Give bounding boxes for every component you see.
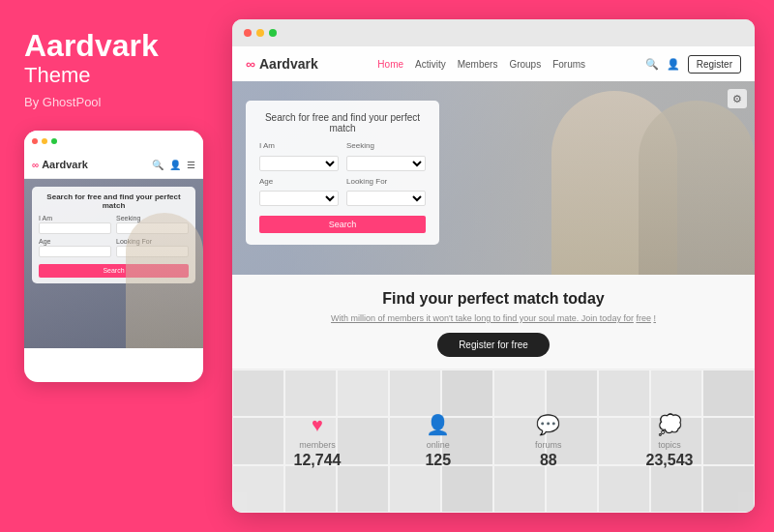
i-am-group: I Am (259, 141, 339, 171)
mobile-hero: Search for free and find your perfect ma… (24, 179, 203, 348)
seeking-label: Seeking (346, 141, 426, 150)
mobile-age-label: Age (39, 238, 111, 245)
site-logo: ∞ Aardvark (246, 56, 318, 72)
mid-subtitle-free: free (636, 313, 651, 323)
browser-chrome (232, 19, 755, 46)
left-panel: Aardvark Theme By GhostPool ∞ Aardvark 🔍… (0, 0, 232, 532)
mobile-age-group: Age (39, 238, 111, 257)
mobile-search-icon[interactable]: 🔍 (152, 160, 164, 170)
browser-mockup: ∞ Aardvark Home Activity Members Groups … (232, 19, 755, 513)
site-nav: ∞ Aardvark Home Activity Members Groups … (232, 46, 755, 81)
nav-groups[interactable]: Groups (509, 59, 541, 70)
seeking-select[interactable] (346, 156, 426, 171)
mobile-menu-icon[interactable]: ☰ (187, 160, 195, 170)
site-nav-links: Home Activity Members Groups Forums (377, 59, 585, 70)
brand-title: Aardvark (24, 29, 208, 63)
mobile-i-am-label: I Am (39, 215, 111, 222)
brand-by: By GhostPool (24, 95, 208, 109)
stat-forums: 💬 forums 88 (535, 413, 562, 469)
stat-topics-label: topics (658, 440, 681, 450)
photo-cell (441, 465, 493, 513)
site-logo-icon: ∞ (246, 56, 255, 72)
site-logo-text: Aardvark (259, 56, 318, 72)
browser-dot-red (244, 29, 252, 37)
mobile-i-am-group: I Am (39, 215, 111, 234)
form-row-1: I Am Seeking (259, 141, 426, 171)
heart-icon: ♥ (312, 414, 323, 436)
mid-title: Find your perfect match today (246, 290, 741, 308)
looking-group: Looking For (346, 177, 426, 207)
seeking-group: Seeking (346, 141, 426, 171)
photo-cell (598, 465, 650, 513)
register-button[interactable]: Register (688, 55, 741, 74)
photo-cell (337, 369, 389, 417)
stats-section: ♥ members 12,744 👤 online 125 💬 forums 8… (232, 369, 755, 513)
mobile-search-title: Search for free and find your perfect ma… (39, 192, 189, 210)
age-group: Age (259, 177, 339, 207)
person-icon: 👤 (426, 413, 450, 436)
mobile-i-am-input[interactable] (39, 222, 111, 234)
looking-for-select[interactable] (346, 191, 426, 206)
stat-members: ♥ members 12,744 (293, 414, 341, 469)
stat-members-label: members (299, 440, 336, 450)
mobile-logo: ∞ Aardvark (32, 159, 88, 170)
stat-forums-label: forums (535, 440, 562, 450)
hero-person-right (639, 101, 755, 275)
photo-cell (441, 369, 493, 417)
nav-forums[interactable]: Forums (552, 59, 585, 70)
mobile-logo-icon: ∞ (32, 160, 39, 170)
nav-activity[interactable]: Activity (415, 59, 446, 70)
nav-user-icon[interactable]: 👤 (667, 58, 680, 71)
photo-cell (232, 465, 284, 513)
mid-subtitle-end: ! (653, 313, 656, 323)
hero-section: Search for free and find your perfect ma… (232, 81, 755, 275)
mobile-top-bar (24, 131, 203, 152)
photo-cell (546, 465, 598, 513)
photo-cell (702, 465, 755, 513)
mobile-dot-red (32, 138, 38, 144)
nav-search-icon[interactable]: 🔍 (645, 58, 659, 71)
speech-icon: 💭 (658, 413, 682, 436)
hero-settings-icon[interactable]: ⚙ (728, 89, 747, 108)
i-am-select[interactable] (259, 156, 339, 171)
mobile-nav: ∞ Aardvark 🔍 👤 ☰ (24, 152, 203, 179)
nav-home[interactable]: Home (377, 59, 403, 70)
looking-for-label: Looking For (346, 177, 426, 186)
mobile-dot-yellow (42, 138, 47, 144)
mobile-mockup: ∞ Aardvark 🔍 👤 ☰ Search for free and fin… (24, 131, 203, 382)
stats-container: ♥ members 12,744 👤 online 125 💬 forums 8… (232, 413, 755, 469)
photo-cell (650, 465, 702, 513)
mobile-user-icon[interactable]: 👤 (169, 160, 181, 170)
nav-icons: 🔍 👤 Register (645, 55, 741, 74)
mobile-dot-green (51, 138, 57, 144)
mobile-nav-icons: 🔍 👤 ☰ (152, 160, 195, 170)
search-card-title: Search for free and find your perfect ma… (259, 112, 426, 133)
browser-content: ∞ Aardvark Home Activity Members Groups … (232, 46, 755, 513)
chat-icon: 💬 (536, 413, 560, 436)
photo-cell (389, 465, 441, 513)
stat-members-value: 12,744 (293, 452, 341, 469)
search-card: Search for free and find your perfect ma… (246, 101, 439, 245)
mobile-age-input[interactable] (39, 246, 111, 257)
photo-cell (389, 369, 441, 417)
stat-forums-value: 88 (540, 452, 557, 469)
browser-dot-green (269, 29, 277, 37)
age-label: Age (259, 177, 339, 186)
stat-topics-value: 23,543 (646, 452, 694, 469)
stat-topics: 💭 topics 23,543 (646, 413, 694, 469)
mid-subtitle: With million of members it won't take lo… (246, 313, 741, 323)
mid-section: Find your perfect match today With milli… (232, 275, 755, 369)
nav-members[interactable]: Members (458, 59, 498, 70)
form-row-2: Age Looking For (259, 177, 426, 207)
photo-cell (284, 465, 337, 513)
hero-search-button[interactable]: Search (259, 216, 426, 233)
photo-cell (493, 465, 546, 513)
photo-cell (284, 369, 337, 417)
stat-online-label: online (427, 440, 450, 450)
photo-cell (493, 369, 546, 417)
register-free-button[interactable]: Register for free (437, 333, 550, 357)
brand-subtitle: Theme (24, 63, 208, 88)
stat-online-value: 125 (425, 452, 451, 469)
age-select[interactable] (259, 191, 339, 206)
i-am-label: I Am (259, 141, 339, 150)
